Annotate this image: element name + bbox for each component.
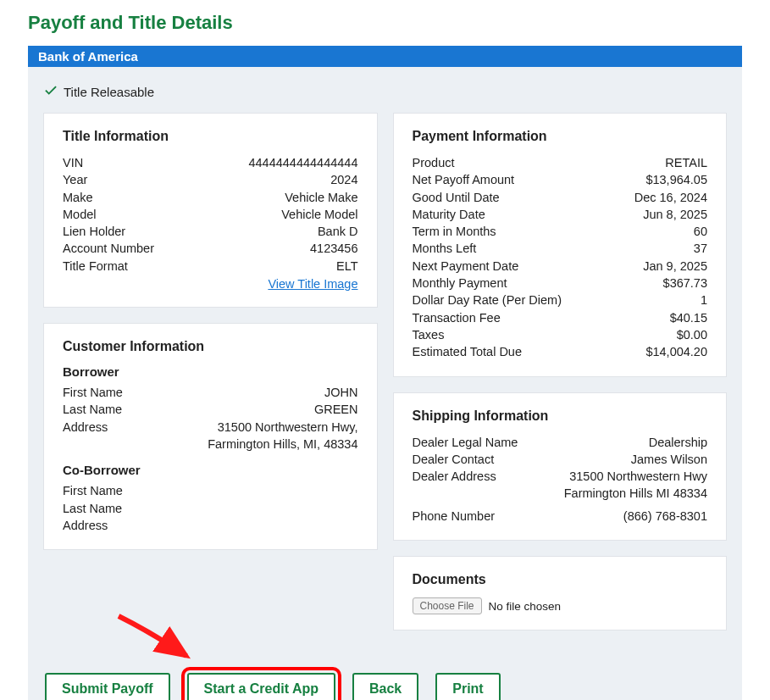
coborrower-lastname-label: Last Name	[63, 500, 122, 517]
lienholder-label: Lien Holder	[63, 223, 125, 240]
status-text: Title Releasable	[64, 85, 154, 99]
perdiem-label: Dollar Day Rate (Per Diem)	[413, 292, 562, 308]
nextpayment-label: Next Payment Date	[413, 258, 519, 275]
right-column: Payment Information ProductRETAIL Net Pa…	[393, 113, 728, 631]
dealeraddress-label: Dealer Address	[413, 468, 496, 485]
view-title-image-link[interactable]: View Title Image	[268, 277, 357, 291]
status-row: Title Releasable	[43, 82, 727, 101]
monthsleft-label: Months Left	[413, 240, 477, 257]
netpayoff-label: Net Payoff Amount	[413, 171, 515, 188]
transactionfee-value: $40.15	[670, 309, 707, 326]
vin-value: 4444444444444444	[248, 154, 357, 171]
dealercontact-label: Dealer Contact	[413, 451, 495, 468]
totaldue-value: $14,004.20	[645, 343, 707, 360]
check-icon	[43, 82, 58, 101]
monthlypayment-value: $367.73	[663, 275, 707, 292]
model-value: Vehicle Model	[281, 206, 357, 223]
choose-file-button[interactable]: Choose File	[413, 597, 482, 614]
monthsleft-value: 37	[694, 240, 707, 257]
dealercontact-value: James Wilson	[631, 451, 707, 468]
payment-information-card: Payment Information ProductRETAIL Net Pa…	[393, 113, 728, 377]
year-value: 2024	[330, 171, 357, 188]
coborrower-firstname-label: First Name	[63, 482, 123, 499]
phone-value: (866) 768-8301	[623, 508, 707, 525]
shipping-information-card: Shipping Information Dealer Legal NameDe…	[393, 392, 728, 541]
dealername-value: Dealership	[649, 434, 707, 451]
lienholder-value: Bank D	[318, 223, 358, 240]
borrower-address-label: Address	[63, 419, 108, 436]
documents-card: Documents Choose File No file chosen	[393, 556, 728, 631]
payment-info-heading: Payment Information	[413, 129, 708, 144]
format-value: ELT	[336, 258, 358, 275]
gooduntil-value: Dec 16, 2024	[634, 189, 707, 206]
coborrower-address-label: Address	[63, 517, 108, 534]
netpayoff-value: $13,964.05	[645, 171, 707, 188]
dealeraddress-value: 31500 Northwestern Hwy Farmington Hills …	[530, 468, 707, 503]
make-value: Vehicle Make	[285, 189, 357, 206]
documents-heading: Documents	[413, 572, 708, 587]
term-label: Term in Months	[413, 223, 496, 240]
title-information-card: Title Information VIN4444444444444444 Ye…	[43, 113, 378, 308]
maturity-value: Jun 8, 2025	[643, 206, 707, 223]
file-status-text: No file chosen	[489, 600, 562, 613]
start-credit-app-button[interactable]: Start a Credit App	[187, 673, 335, 700]
title-info-heading: Title Information	[63, 129, 358, 144]
left-column: Title Information VIN4444444444444444 Ye…	[43, 113, 378, 631]
totaldue-label: Estimated Total Due	[413, 343, 523, 360]
account-value: 4123456	[310, 240, 357, 257]
bank-header: Bank of America	[28, 46, 742, 67]
transactionfee-label: Transaction Fee	[413, 309, 501, 326]
product-label: Product	[413, 154, 455, 171]
borrower-firstname-label: First Name	[63, 384, 123, 401]
vin-label: VIN	[63, 154, 83, 171]
borrower-lastname-value: GREEN	[314, 401, 358, 418]
year-label: Year	[63, 171, 87, 188]
coborrower-heading: Co-Borrower	[63, 463, 358, 477]
button-bar: Submit Payoff Start a Credit App Back Pr…	[43, 673, 727, 700]
customer-info-heading: Customer Information	[63, 339, 358, 354]
taxes-label: Taxes	[413, 326, 445, 343]
format-label: Title Format	[63, 258, 128, 275]
main-panel: Title Releasable Title Information VIN44…	[28, 67, 742, 700]
nextpayment-value: Jan 9, 2025	[643, 258, 707, 275]
model-label: Model	[63, 206, 97, 223]
monthlypayment-label: Monthly Payment	[413, 275, 507, 292]
make-label: Make	[63, 189, 92, 206]
borrower-firstname-value: JOHN	[324, 384, 357, 401]
borrower-heading: Borrower	[63, 364, 358, 379]
submit-payoff-button[interactable]: Submit Payoff	[45, 673, 170, 700]
borrower-address-value: 31500 Northwestern Hwy, Farmington Hills…	[180, 419, 357, 453]
back-button[interactable]: Back	[352, 673, 418, 700]
taxes-value: $0.00	[677, 326, 707, 343]
customer-information-card: Customer Information Borrower First Name…	[43, 323, 378, 550]
account-label: Account Number	[63, 240, 154, 257]
gooduntil-label: Good Until Date	[413, 189, 500, 206]
print-button[interactable]: Print	[435, 673, 500, 700]
dealername-label: Dealer Legal Name	[413, 434, 518, 451]
phone-label: Phone Number	[413, 508, 496, 525]
product-value: RETAIL	[665, 154, 707, 171]
maturity-label: Maturity Date	[413, 206, 485, 223]
perdiem-value: 1	[701, 292, 707, 308]
page-title: Payoff and Title Details	[28, 12, 742, 34]
term-value: 60	[694, 223, 707, 240]
shipping-info-heading: Shipping Information	[413, 408, 708, 424]
borrower-lastname-label: Last Name	[63, 401, 122, 418]
